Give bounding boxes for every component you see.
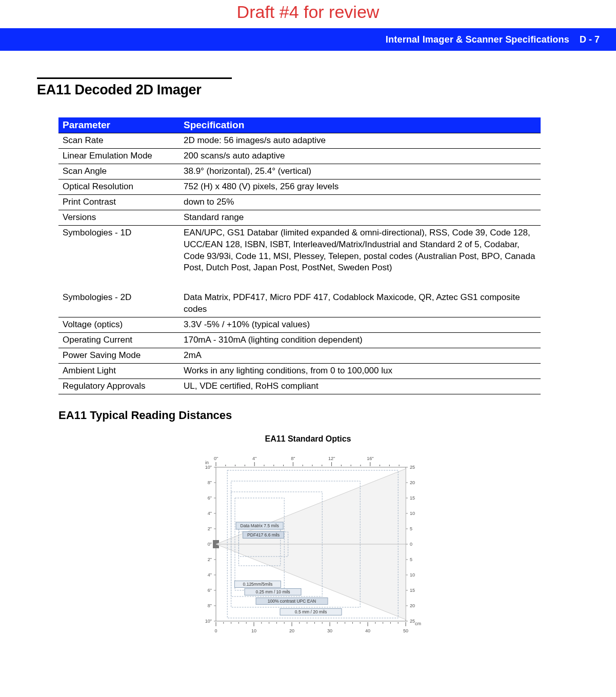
- cell-specification: EAN/UPC, GS1 Databar (limited expanded &…: [180, 225, 541, 275]
- cell-parameter: Ambient Light: [58, 364, 180, 379]
- svg-text:0": 0": [213, 456, 217, 461]
- svg-text:6": 6": [207, 588, 211, 593]
- table-row: Print Contrastdown to 25%: [58, 194, 541, 210]
- cell-parameter: Symbologies - 2D: [58, 290, 180, 317]
- reading-distance-chart: EA11 Standard Optics in0"4"8"12"16"cm010…: [190, 434, 426, 644]
- chart-svg: in0"4"8"12"16"cm0102030405010"8"6"4"2"0"…: [190, 447, 426, 642]
- svg-text:5: 5: [410, 557, 412, 562]
- col-header-parameter: Parameter: [58, 117, 180, 133]
- svg-text:10: 10: [410, 572, 415, 577]
- svg-text:0: 0: [410, 542, 412, 547]
- cell-parameter: Optical Resolution: [58, 179, 180, 194]
- svg-text:15: 15: [410, 495, 415, 501]
- svg-text:4": 4": [207, 511, 211, 516]
- cell-parameter: Print Contrast: [58, 194, 180, 210]
- svg-text:100% contrast UPC EAN: 100% contrast UPC EAN: [267, 599, 315, 604]
- svg-text:2": 2": [207, 526, 211, 531]
- svg-text:20: 20: [410, 480, 415, 485]
- svg-text:15: 15: [410, 588, 415, 593]
- svg-text:5: 5: [410, 526, 412, 531]
- cell-specification: 200 scans/s auto adaptive: [180, 148, 541, 164]
- cell-parameter: Voltage (optics): [58, 317, 180, 333]
- svg-text:10": 10": [205, 465, 211, 470]
- cell-specification: 170mA - 310mA (lighting condition depend…: [180, 333, 541, 348]
- svg-text:20: 20: [289, 628, 294, 633]
- header-page-number: D - 7: [580, 34, 600, 45]
- svg-text:6": 6": [207, 495, 211, 501]
- svg-text:8": 8": [207, 480, 211, 485]
- svg-text:0.5 mm / 20 mils: 0.5 mm / 20 mils: [294, 609, 326, 614]
- svg-text:PDF417 6.6 mils: PDF417 6.6 mils: [247, 532, 280, 537]
- svg-text:10: 10: [251, 628, 256, 633]
- spec-table: Parameter Specification Scan Rate2D mode…: [58, 117, 541, 394]
- svg-text:10: 10: [410, 511, 415, 516]
- cell-parameter: Power Saving Mode: [58, 348, 180, 364]
- cell-specification: 2mA: [180, 348, 541, 364]
- cell-specification: down to 25%: [180, 194, 541, 210]
- col-header-specification: Specification: [180, 117, 541, 133]
- section-rule: [37, 77, 232, 79]
- cell-specification: 2D mode: 56 images/s auto adaptive: [180, 133, 541, 149]
- svg-text:8": 8": [207, 603, 211, 608]
- table-row: Voltage (optics)3.3V -5% / +10% (typical…: [58, 317, 541, 333]
- table-row: Power Saving Mode2mA: [58, 348, 541, 364]
- cell-parameter: Scan Rate: [58, 133, 180, 149]
- cell-parameter: Linear Emulation Mode: [58, 148, 180, 164]
- table-row: Operating Current170mA - 310mA (lighting…: [58, 333, 541, 348]
- table-row: Scan Rate2D mode: 56 images/s auto adapt…: [58, 133, 541, 149]
- cell-parameter: Operating Current: [58, 333, 180, 348]
- cell-specification: 3.3V -5% / +10% (typical values): [180, 317, 541, 333]
- svg-text:0.125mm/5mils: 0.125mm/5mils: [243, 582, 272, 587]
- cell-parameter: Symbologies - 1D: [58, 225, 180, 275]
- table-row: Scan Angle38.9° (horizontal), 25.4° (ver…: [58, 164, 541, 179]
- table-row: Symbologies - 2DData Matrix, PDF417, Mic…: [58, 290, 541, 317]
- svg-text:0: 0: [214, 628, 217, 633]
- svg-text:50: 50: [403, 628, 408, 633]
- cell-parameter: Regulatory Approvals: [58, 379, 180, 394]
- svg-text:4": 4": [207, 572, 211, 577]
- svg-text:Data Matrix 7.5 mils: Data Matrix 7.5 mils: [240, 523, 279, 528]
- svg-text:16": 16": [367, 456, 373, 461]
- table-row: Linear Emulation Mode200 scans/s auto ad…: [58, 148, 541, 164]
- cell-specification: 38.9° (horizontal), 25.4° (vertical): [180, 164, 541, 179]
- cell-specification: Data Matrix, PDF417, Micro PDF 417, Coda…: [180, 290, 541, 317]
- svg-text:0": 0": [207, 542, 211, 547]
- svg-text:12": 12": [328, 456, 334, 461]
- section-title: EA11 Decoded 2D Imager: [37, 82, 579, 98]
- svg-text:2": 2": [207, 557, 211, 562]
- cell-specification: 752 (H) x 480 (V) pixels, 256 gray level…: [180, 179, 541, 194]
- table-row: Regulatory ApprovalsUL, VDE certified, R…: [58, 379, 541, 394]
- cell-specification: Standard range: [180, 210, 541, 225]
- svg-text:10": 10": [205, 619, 211, 624]
- subsection-title: EA11 Typical Reading Distances: [58, 409, 579, 422]
- svg-text:30: 30: [327, 628, 332, 633]
- svg-text:0.25 mm / 10 mils: 0.25 mm / 10 mils: [255, 589, 290, 594]
- table-row: Ambient LightWorks in any lighting condi…: [58, 364, 541, 379]
- svg-text:cm: cm: [415, 621, 421, 626]
- cell-specification: UL, VDE certified, RoHS compliant: [180, 379, 541, 394]
- svg-text:25: 25: [410, 465, 415, 470]
- table-row: Optical Resolution752 (H) x 480 (V) pixe…: [58, 179, 541, 194]
- cell-parameter: Versions: [58, 210, 180, 225]
- chart-title: EA11 Standard Optics: [190, 434, 426, 444]
- header-title: Internal Imager & Scanner Specifications: [386, 34, 569, 45]
- svg-text:40: 40: [365, 628, 370, 633]
- cell-parameter: Scan Angle: [58, 164, 180, 179]
- table-row: Symbologies - 1DEAN/UPC, GS1 Databar (li…: [58, 225, 541, 275]
- page-header-bar: Internal Imager & Scanner Specifications…: [0, 28, 616, 51]
- table-row: VersionsStandard range: [58, 210, 541, 225]
- svg-text:4": 4": [252, 456, 256, 461]
- svg-text:8": 8": [291, 456, 295, 461]
- svg-text:20: 20: [410, 603, 415, 608]
- cell-specification: Works in any lighting conditions, from 0…: [180, 364, 541, 379]
- svg-text:25: 25: [410, 619, 415, 624]
- draft-watermark: Draft #4 for review: [0, 0, 616, 28]
